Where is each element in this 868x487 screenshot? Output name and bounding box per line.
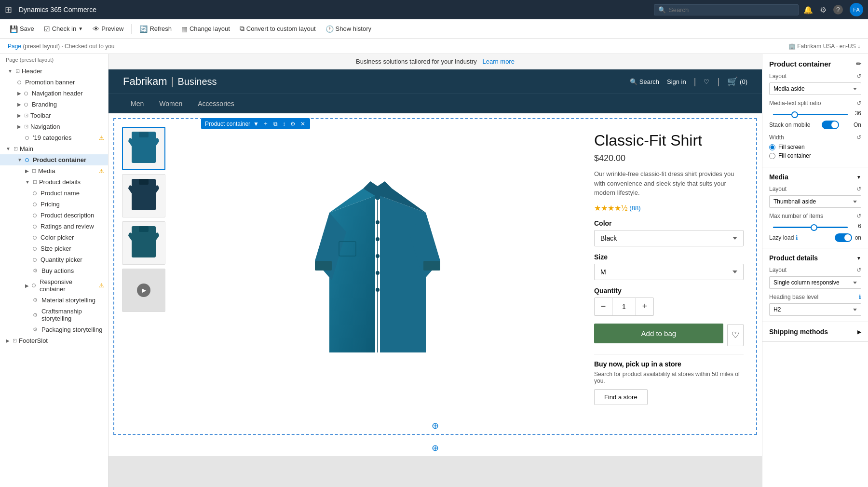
wishlist-nav-button[interactable]: ♡ xyxy=(704,78,709,85)
refresh-button[interactable]: 🔄 Refresh xyxy=(136,23,176,35)
layout-select[interactable]: Media aside xyxy=(769,82,861,95)
promo-link[interactable]: Learn more xyxy=(482,58,514,65)
sidebar-item-qty-picker[interactable]: Quantity picker xyxy=(0,254,108,265)
sidebar-item-product-desc[interactable]: Product description xyxy=(0,210,108,221)
stack-mobile-toggle[interactable] xyxy=(822,121,839,129)
thumbnail-2[interactable] xyxy=(122,174,165,217)
bottom-add-button[interactable]: ⊕ xyxy=(114,418,756,434)
qty-increase-button[interactable]: + xyxy=(636,298,653,315)
product-details-section-title[interactable]: Product details ▼ xyxy=(769,254,861,262)
thumbnail-video[interactable]: ▶ xyxy=(122,269,165,312)
heading-base-info-icon[interactable]: ℹ xyxy=(859,294,861,300)
search-input[interactable] xyxy=(669,6,789,14)
signin-button[interactable]: Sign in xyxy=(667,78,686,85)
max-items-slider[interactable] xyxy=(773,227,848,228)
media-layout-select[interactable]: Thumbnail aside xyxy=(769,195,861,208)
add-to-bag-button[interactable]: Add to bag xyxy=(594,324,723,343)
sidebar-item-product-details[interactable]: ▼ ⊡ Product details xyxy=(0,176,108,188)
stack-mobile-label: Stack on mobile xyxy=(769,122,810,128)
sidebar-item-product-name[interactable]: Product name xyxy=(0,188,108,199)
page-bottom-add-button[interactable]: ⊕ xyxy=(108,440,762,456)
play-button[interactable]: ▶ xyxy=(137,284,150,297)
sidebar-item-pricing[interactable]: Pricing xyxy=(0,199,108,210)
sidebar-item-header[interactable]: ▼ ⊡ Header xyxy=(0,66,108,77)
toolbar-move-btn[interactable]: ↕ xyxy=(282,121,286,127)
cart-icon: 🛒 xyxy=(727,76,738,87)
sidebar-item-color-picker[interactable]: Color picker xyxy=(0,232,108,243)
help-icon[interactable]: ? xyxy=(833,5,843,14)
change-layout-button[interactable]: ▦ Change layout xyxy=(177,23,234,35)
sidebar-item-19-categories[interactable]: '19 categories ⚠ xyxy=(0,132,108,143)
product-details-layout-reset-icon[interactable]: ↺ xyxy=(856,267,861,273)
preview-button[interactable]: 👁 Preview xyxy=(89,23,127,35)
settings-icon[interactable]: ⚙ xyxy=(820,5,827,14)
sidebar-item-ratings[interactable]: Ratings and review xyxy=(0,221,108,232)
lazy-load-info-icon[interactable]: ℹ xyxy=(796,234,798,241)
color-select[interactable]: Black xyxy=(594,230,744,246)
heading-base-select[interactable]: H2 xyxy=(769,303,861,316)
chevron-right-icon: ▶ xyxy=(857,329,861,335)
chevron-right-icon: ▶ xyxy=(17,124,21,129)
fill-container-radio[interactable] xyxy=(769,153,775,159)
sidebar-item-toolbar[interactable]: ▶ ⊡ Toolbar xyxy=(0,110,108,121)
max-items-reset-icon[interactable]: ↺ xyxy=(856,213,861,219)
avatar[interactable]: FA xyxy=(850,3,863,16)
media-section-title[interactable]: Media ▼ xyxy=(769,173,861,181)
sidebar-item-buy-actions[interactable]: ⚙ Buy actions xyxy=(0,265,108,276)
sidebar-item-packaging[interactable]: ⚙ Packaging storytelling xyxy=(0,324,108,335)
sidebar-item-navigation[interactable]: ▶ ⊡ Navigation xyxy=(0,121,108,132)
media-layout-reset-icon[interactable]: ↺ xyxy=(856,186,861,192)
cart-button[interactable]: 🛒 (0) xyxy=(727,76,747,87)
sidebar-item-craftsmanship[interactable]: ⚙ Craftsmanship storytelling xyxy=(0,306,108,324)
thumbnail-1[interactable] xyxy=(122,127,165,170)
nav-men[interactable]: Men xyxy=(123,94,151,113)
ratio-slider[interactable] xyxy=(773,114,848,115)
sidebar-item-size-picker[interactable]: Size picker xyxy=(0,243,108,254)
edit-icon[interactable]: ✏ xyxy=(856,60,861,68)
page-link[interactable]: Page xyxy=(8,43,21,50)
wishlist-button[interactable]: ♡ xyxy=(727,324,744,346)
sidebar-item-nav-header[interactable]: ▶ Navigation header xyxy=(0,88,108,99)
thumbnail-3[interactable] xyxy=(122,221,165,265)
size-select[interactable]: M xyxy=(594,264,744,280)
sidebar-item-material-storytelling[interactable]: ⚙ Material storytelling xyxy=(0,295,108,306)
svg-rect-14 xyxy=(423,261,440,271)
ratio-reset-icon[interactable]: ↺ xyxy=(856,100,861,107)
nav-women[interactable]: Women xyxy=(151,94,190,113)
locale-selector[interactable]: 🏢 Fabrikam USA · en-US ↓ xyxy=(788,43,860,50)
sidebar-item-responsive-container[interactable]: ▶ Responsive container ⚠ xyxy=(0,276,108,295)
shipping-section-title[interactable]: Shipping methods ▶ xyxy=(769,328,861,336)
group-icon: ⊡ xyxy=(14,146,18,152)
fill-screen-radio[interactable] xyxy=(769,144,775,150)
sidebar-item-product-container[interactable]: ▼ Product container xyxy=(0,154,108,165)
width-label: Width ↺ xyxy=(769,134,861,141)
convert-icon: ⧉ xyxy=(240,25,244,33)
review-count[interactable]: (88) xyxy=(629,204,640,212)
convert-button[interactable]: ⧉ Convert to custom layout xyxy=(236,23,320,35)
bell-icon[interactable]: 🔔 xyxy=(803,5,813,14)
find-store-button[interactable]: Find a store xyxy=(594,389,648,405)
grid-icon[interactable]: ⊞ xyxy=(5,4,12,15)
lazy-load-toggle[interactable] xyxy=(835,233,852,242)
product-details-layout-select[interactable]: Single column responsive xyxy=(769,276,861,289)
toolbar-delete-btn[interactable]: ✕ xyxy=(299,121,306,127)
qty-input[interactable] xyxy=(612,298,636,315)
toolbar-copy-btn[interactable]: ⧉ xyxy=(272,121,279,127)
search-nav-button[interactable]: 🔍 Search xyxy=(630,78,659,85)
qty-decrease-button[interactable]: − xyxy=(595,298,612,315)
toolbar-settings-btn[interactable]: ⚙ xyxy=(289,121,297,127)
nav-accessories[interactable]: Accessories xyxy=(190,94,242,113)
checkin-button[interactable]: ☑ Check in ▼ xyxy=(40,23,87,35)
sidebar-item-media[interactable]: ▶ ⊡ Media ⚠ xyxy=(0,165,108,176)
search-bar[interactable]: 🔍 xyxy=(654,4,799,15)
sidebar-item-branding[interactable]: ▶ Branding xyxy=(0,99,108,110)
width-reset-icon[interactable]: ↺ xyxy=(856,134,861,141)
history-button[interactable]: 🕐 Show history xyxy=(322,23,375,35)
toolbar-add-btn[interactable]: ＋ xyxy=(262,120,270,128)
group-icon: ⊡ xyxy=(33,179,37,185)
sidebar-item-promotion-banner[interactable]: Promotion banner xyxy=(0,77,108,88)
save-button[interactable]: 💾 Save xyxy=(6,23,38,35)
layout-reset-icon[interactable]: ↺ xyxy=(856,73,861,80)
sidebar-item-footer-slot[interactable]: ▶ ⊡ FooterSlot xyxy=(0,335,108,346)
sidebar-item-main[interactable]: ▼ ⊡ Main xyxy=(0,143,108,154)
